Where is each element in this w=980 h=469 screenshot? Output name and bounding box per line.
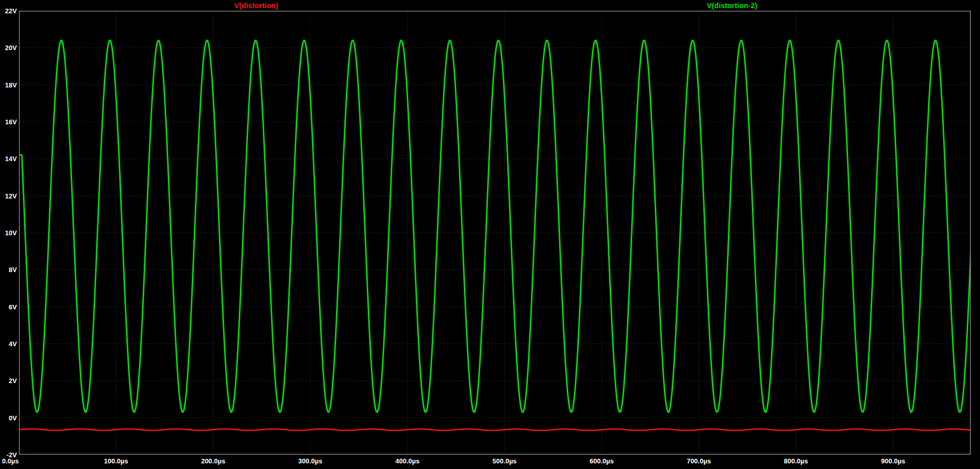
y-axis-tick-label: 6V [0, 303, 17, 310]
y-axis-tick-label: 8V [0, 266, 17, 273]
y-axis-tick-label: 2V [0, 377, 17, 384]
x-axis-tick-label: 900.0µs [881, 458, 905, 464]
plot-border [19, 11, 971, 455]
plot-area[interactable] [19, 11, 971, 455]
y-axis-tick-label: 18V [0, 81, 17, 88]
waveform-viewer-window: V(distortion) V(distortion-2) 22V20V18V1… [0, 0, 980, 469]
y-axis-tick-label: 20V [0, 44, 17, 51]
trace-vdistortion-2 [19, 40, 971, 412]
x-axis-tick-label: 800.0µs [784, 458, 808, 464]
x-axis-tick-label: 100.0µs [104, 458, 128, 464]
y-axis-tick-label: 16V [0, 119, 17, 125]
x-axis-tick-label: 300.0µs [298, 458, 322, 464]
legend-label-v-distortion[interactable]: V(distortion) [234, 2, 278, 10]
y-axis-tick-label: 0V [0, 414, 17, 421]
x-axis-tick-label: 600.0µs [590, 458, 614, 464]
y-axis-tick-label: 10V [0, 230, 17, 236]
legend-label-v-distortion-2[interactable]: V(distortion-2) [707, 2, 758, 10]
y-axis-tick-label: 22V [0, 8, 17, 14]
y-axis-tick-label: 4V [0, 341, 17, 347]
x-axis-tick-label: 500.0µs [493, 458, 517, 464]
trace-vdistortion [19, 429, 971, 431]
x-axis-tick-label: 700.0µs [687, 458, 711, 464]
x-axis-tick-label: 400.0µs [395, 458, 419, 464]
waveform-plot-canvas[interactable] [19, 11, 971, 455]
y-axis-tick-label: 14V [0, 155, 17, 162]
y-axis-tick-label: 12V [0, 192, 17, 199]
x-axis-tick-label: 0.0µs [2, 458, 19, 464]
x-axis-tick-label: 200.0µs [201, 458, 225, 464]
